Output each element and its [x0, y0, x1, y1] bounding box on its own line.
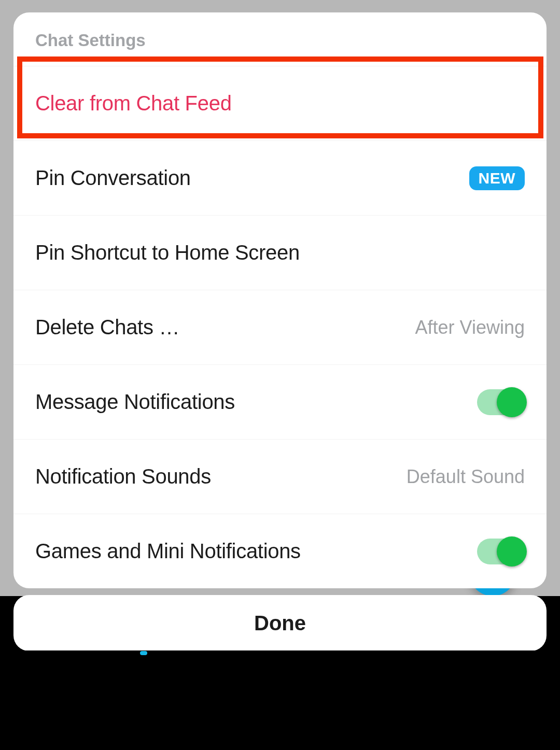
toggle-knob [497, 536, 527, 567]
delete-chats-label: Delete Chats … [35, 316, 179, 339]
games-mini-label: Games and Mini Notifications [35, 540, 301, 563]
chat-settings-sheet: Chat Settings Clear from Chat Feed Pin C… [13, 12, 547, 588]
pin-conversation-label: Pin Conversation [35, 166, 191, 190]
notification-sounds-value: Default Sound [407, 466, 525, 488]
row-games-mini-notifications: Games and Mini Notifications [13, 514, 547, 588]
sheet-header: Chat Settings [13, 12, 547, 66]
games-mini-toggle[interactable] [477, 539, 525, 564]
notification-sounds-label: Notification Sounds [35, 465, 211, 488]
pin-shortcut-label: Pin Shortcut to Home Screen [35, 241, 300, 264]
delete-chats-value: After Viewing [415, 317, 525, 338]
done-button-label: Done [254, 612, 306, 635]
row-pin-conversation[interactable]: Pin Conversation NEW [13, 140, 547, 215]
row-notification-sounds[interactable]: Notification Sounds Default Sound [13, 439, 547, 514]
new-badge: NEW [469, 166, 525, 190]
partial-indicator-icon [140, 651, 147, 655]
message-notifications-toggle[interactable] [477, 389, 525, 415]
clear-from-chat-feed-label: Clear from Chat Feed [35, 92, 232, 115]
row-pin-shortcut-home[interactable]: Pin Shortcut to Home Screen [13, 215, 547, 290]
message-notifications-label: Message Notifications [35, 390, 235, 414]
row-delete-chats[interactable]: Delete Chats … After Viewing [13, 290, 547, 364]
done-button[interactable]: Done [13, 595, 547, 651]
toggle-knob [497, 387, 527, 417]
row-clear-from-chat-feed[interactable]: Clear from Chat Feed [13, 66, 547, 140]
row-message-notifications: Message Notifications [13, 364, 547, 439]
sheet-title: Chat Settings [35, 31, 525, 50]
black-footer-area [0, 650, 560, 750]
